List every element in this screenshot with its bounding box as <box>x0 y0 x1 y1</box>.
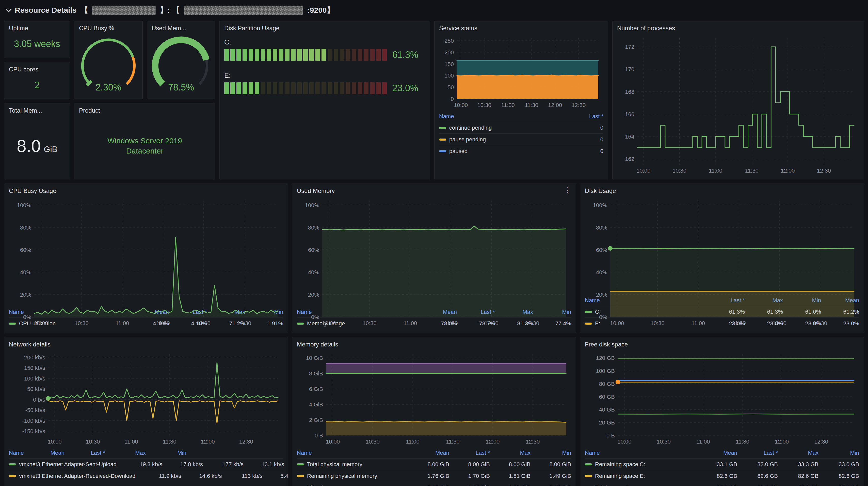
legend-series-name[interactable]: Remaining space E: <box>595 473 645 479</box>
svg-text:0%: 0% <box>23 314 31 320</box>
panel-disk-usage: Disk Usage 0%20%40%60%80%100%10:0010:301… <box>580 183 864 333</box>
panel-title[interactable]: Uptime <box>9 25 65 32</box>
legend-value: 85.3 GB <box>778 484 818 486</box>
panel-title[interactable]: CPU cores <box>9 66 65 73</box>
cpu-busy-usage-chart[interactable]: 0%20%40%60%80%100%10:0010:3011:0011:3012… <box>9 197 283 306</box>
legend-stat-header[interactable]: Min <box>530 450 571 456</box>
legend-stat-header[interactable]: Last * <box>449 450 490 456</box>
panel-title[interactable]: Network details <box>9 341 283 348</box>
legend-name-header[interactable]: Name <box>297 450 409 456</box>
memory-details-chart[interactable]: 0 B2 GiB4 GiB6 GiB8 GiB10 GiB10:0010:301… <box>297 350 571 447</box>
svg-text:11:30: 11:30 <box>736 438 749 445</box>
svg-text:11:00: 11:00 <box>406 438 419 445</box>
legend-stat-header[interactable]: Mean <box>696 450 737 456</box>
legend-value: 82.6 GB <box>818 473 859 479</box>
svg-text:11:30: 11:30 <box>163 438 176 445</box>
svg-text:10:00: 10:00 <box>322 320 336 326</box>
panel-used-mem-gauge: Used Mem... 78.5% <box>147 21 215 99</box>
legend-row: pause pending0 <box>439 134 603 145</box>
legend-stat-header[interactable]: Min <box>146 450 186 456</box>
panel-title[interactable]: Disk Usage <box>585 187 859 195</box>
legend-series-name[interactable]: Total physical memory <box>307 461 362 468</box>
legend-color-marker <box>439 150 446 152</box>
legend-stat-header[interactable]: Max <box>105 450 146 456</box>
panel-title[interactable]: Total Mem... <box>9 107 65 114</box>
legend-stat-header[interactable]: Last * <box>737 450 778 456</box>
legend-value: 177 kb/s <box>203 461 244 468</box>
legend-stat-header[interactable]: Last * <box>64 450 105 456</box>
legend-name-header[interactable]: Name <box>585 450 696 456</box>
legend-series-name[interactable]: pause pending <box>449 136 486 143</box>
legend-color-marker <box>297 475 304 477</box>
panel-title[interactable]: Used Memory <box>297 187 571 195</box>
svg-text:200: 200 <box>444 49 454 56</box>
legend-series-name[interactable]: continue pending <box>449 124 492 131</box>
legend-value: 85.3 GB <box>696 484 737 486</box>
panel-title[interactable]: Product <box>79 107 211 114</box>
legend-series-name[interactable]: Remaining space C: <box>595 461 645 468</box>
legend-color-marker <box>439 127 446 129</box>
svg-text:10:00: 10:00 <box>454 102 468 108</box>
cpu-cores-value: 2 <box>34 80 40 90</box>
legend-value: 17.8 kb/s <box>162 461 203 468</box>
legend-stat-header[interactable]: Min <box>818 450 859 456</box>
panel-title[interactable]: Used Mem... <box>152 25 211 32</box>
svg-text:0%: 0% <box>599 314 607 320</box>
row-title[interactable]: Resource Details <box>15 6 76 15</box>
svg-text:12:00: 12:00 <box>775 438 789 445</box>
used-memory-chart[interactable]: 0%20%40%60%80%100%10:0010:3011:0011:3012… <box>297 197 571 306</box>
legend-value: 33.3 GB <box>778 461 818 468</box>
legend-stat-header[interactable]: Max <box>778 450 818 456</box>
panel-title[interactable]: CPU Busy Usage <box>9 187 283 195</box>
service-status-chart[interactable]: 05010015020025010:0010:3011:0011:3012:00… <box>439 34 603 110</box>
svg-text:60%: 60% <box>596 247 607 253</box>
svg-text:11:00: 11:00 <box>116 320 129 326</box>
legend-stat-header[interactable]: Mean <box>24 450 64 456</box>
legend-series-name[interactable]: paused <box>449 148 467 154</box>
svg-text:10:00: 10:00 <box>48 438 62 445</box>
legend-value: 0 <box>568 148 603 154</box>
panel-title[interactable]: Disk Partition Usage <box>224 25 425 32</box>
legend-name-header[interactable]: Name <box>439 113 568 120</box>
svg-text:162: 162 <box>625 156 634 162</box>
panel-title[interactable]: CPU Busy % <box>79 25 138 32</box>
legend-stat-header[interactable]: Last * <box>568 113 603 120</box>
svg-text:0 B: 0 B <box>315 432 323 439</box>
legend-stat-header[interactable]: Max <box>490 450 530 456</box>
panel-title[interactable]: Service status <box>439 25 603 32</box>
legend-name-header[interactable]: Name <box>9 450 24 456</box>
panel-product: Product Windows Server 2019 Datacenter <box>74 103 215 179</box>
svg-text:78.5%: 78.5% <box>168 82 194 92</box>
panel-menu-icon[interactable]: ⋮ <box>563 186 571 194</box>
svg-text:11:00: 11:00 <box>709 168 722 174</box>
svg-text:40%: 40% <box>20 269 31 276</box>
dashboard-row-header[interactable]: Resource Details 【 】: 【 :9200】 <box>4 3 864 17</box>
legend-value: 33.0 GB <box>818 461 859 468</box>
chevron-down-icon[interactable] <box>6 7 12 12</box>
legend-series-name[interactable]: vmxnet3 Ethernet Adapter-Sent-Upload <box>19 461 117 468</box>
svg-text:10:00: 10:00 <box>34 320 48 326</box>
panel-title[interactable]: Memory details <box>297 341 571 348</box>
legend-row: Remaining space C:33.1 GB33.0 GB33.3 GB3… <box>585 458 859 470</box>
legend-stat-header[interactable]: Mean <box>409 450 449 456</box>
svg-text:40%: 40% <box>308 269 319 276</box>
legend-series-name[interactable]: Total space C: <box>595 484 630 486</box>
legend-series-name[interactable]: Virtual memory <box>307 484 345 486</box>
disk-usage-chart[interactable]: 0%20%40%60%80%100%10:0010:3011:0011:3012… <box>585 197 859 294</box>
legend-value: 1.76 GiB <box>409 473 449 479</box>
legend-value: 9.25 GiB <box>449 484 490 486</box>
free-disk-space-chart[interactable]: 0 B20 GB40 GB60 GB80 GB100 GB120 GB10:00… <box>585 350 859 447</box>
legend-value: 8.00 GiB <box>409 461 449 468</box>
svg-text:164: 164 <box>625 134 634 140</box>
network-details-chart[interactable]: 200 kb/s150 kb/s100 kb/s50 kb/s0 b/s-50 … <box>9 350 283 447</box>
legend-series-name[interactable]: Remaining physical memory <box>307 473 377 479</box>
svg-text:100 GB: 100 GB <box>596 368 615 374</box>
panel-title[interactable]: Free disk space <box>585 341 859 348</box>
legend-series-name[interactable]: vmxnet3 Ethernet Adapter-Received-Downlo… <box>19 473 135 479</box>
panel-title[interactable]: Number of processes <box>617 25 859 32</box>
svg-text:10:30: 10:30 <box>477 102 491 108</box>
processes-chart[interactable]: 16216416616817017210:0010:3011:0011:3012… <box>617 34 859 176</box>
svg-text:12:30: 12:30 <box>571 102 586 108</box>
svg-text:10:00: 10:00 <box>610 320 624 326</box>
bracket-separator: 】: 【 <box>160 5 180 16</box>
